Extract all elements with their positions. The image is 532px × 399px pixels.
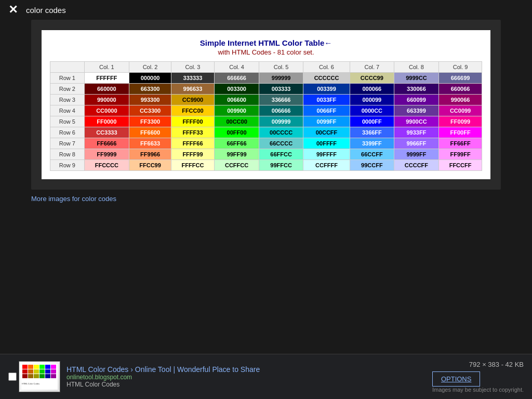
- svg-rect-16: [39, 374, 45, 378]
- color-cell-r8c6[interactable]: 99FFFF: [303, 149, 350, 160]
- color-cell-r8c3[interactable]: FFFF99: [171, 149, 215, 160]
- color-cell-r6c5[interactable]: 00CCCC: [259, 127, 303, 138]
- color-cell-r5c5[interactable]: 009999: [259, 116, 303, 127]
- color-cell-r6c7[interactable]: 3366FF: [350, 127, 394, 138]
- color-cell-r4c6[interactable]: 0066FF: [303, 105, 350, 116]
- thumbnail-container: HTML Color Codes: [8, 361, 60, 392]
- table-row: Row 1FFFFFF000000333333666666999999CCCCC…: [50, 73, 482, 84]
- color-cell-r3c5[interactable]: 336666: [259, 95, 303, 105]
- svg-rect-8: [28, 369, 33, 374]
- row-label-3: Row 3: [50, 95, 85, 105]
- color-cell-r9c5[interactable]: 99FFCC: [259, 160, 303, 171]
- color-cell-r2c5[interactable]: 003333: [259, 84, 303, 95]
- options-button[interactable]: OPTIONS: [432, 371, 481, 387]
- color-cell-r1c7[interactable]: CCCC99: [350, 73, 394, 84]
- color-cell-r5c6[interactable]: 0099FF: [303, 116, 350, 127]
- color-cell-r2c9[interactable]: 660066: [439, 84, 482, 95]
- color-cell-r9c7[interactable]: 99CCFF: [350, 160, 394, 171]
- color-cell-r7c4[interactable]: 66FF66: [214, 138, 259, 149]
- color-cell-r8c2[interactable]: FF9966: [129, 149, 171, 160]
- color-cell-r7c8[interactable]: 9966FF: [394, 138, 438, 149]
- table-title: Simple Internet HTML Color Table←: [50, 38, 482, 47]
- color-cell-r8c1[interactable]: FF9999: [84, 149, 129, 160]
- color-cell-r4c2[interactable]: CC3300: [129, 105, 171, 116]
- color-cell-r3c2[interactable]: 993300: [129, 95, 171, 105]
- color-cell-r7c5[interactable]: 66CCCC: [259, 138, 303, 149]
- color-cell-r1c2[interactable]: 000000: [129, 73, 171, 84]
- color-cell-r2c6[interactable]: 003399: [303, 84, 350, 95]
- color-cell-r5c7[interactable]: 0000FF: [350, 116, 394, 127]
- color-cell-r1c8[interactable]: 9999CC: [394, 73, 438, 84]
- color-cell-r6c9[interactable]: FF00FF: [439, 127, 482, 138]
- color-cell-r1c4[interactable]: 666666: [214, 73, 259, 84]
- color-cell-r4c3[interactable]: FFCC00: [171, 105, 215, 116]
- col-header-6: Col. 6: [303, 62, 350, 73]
- color-table-wrapper: Simple Internet HTML Color Table← with H…: [42, 30, 490, 179]
- color-cell-r5c2[interactable]: FF3300: [129, 116, 171, 127]
- color-cell-r9c1[interactable]: FFCCCC: [84, 160, 129, 171]
- color-cell-r2c8[interactable]: 330066: [394, 84, 438, 95]
- color-cell-r3c8[interactable]: 660099: [394, 95, 438, 105]
- color-cell-r6c6[interactable]: 00CCFF: [303, 127, 350, 138]
- color-cell-r8c9[interactable]: FF99FF: [439, 149, 482, 160]
- result-title[interactable]: HTML Color Codes › Online Tool | Wonderf…: [66, 365, 426, 374]
- color-cell-r5c9[interactable]: FF0099: [439, 116, 482, 127]
- color-cell-r9c9[interactable]: FFCCFF: [439, 160, 482, 171]
- color-cell-r8c7[interactable]: 66CCFF: [350, 149, 394, 160]
- table-row: Row 9FFCCCCFFCC99FFFFCCCCFFCC99FFCCCCFFF…: [50, 160, 482, 171]
- color-cell-r9c2[interactable]: FFCC99: [129, 160, 171, 171]
- col-header-1: Col. 1: [84, 62, 129, 73]
- color-cell-r7c7[interactable]: 3399FF: [350, 138, 394, 149]
- color-cell-r1c9[interactable]: 666699: [439, 73, 482, 84]
- color-cell-r8c4[interactable]: 99FF99: [214, 149, 259, 160]
- color-cell-r7c2[interactable]: FF6633: [129, 138, 171, 149]
- table-row: Row 4CC0000CC3300FFCC000099000066660066F…: [50, 105, 482, 116]
- color-cell-r6c4[interactable]: 00FF00: [214, 127, 259, 138]
- color-cell-r8c5[interactable]: 66FFCC: [259, 149, 303, 160]
- color-cell-r5c4[interactable]: 00CC00: [214, 116, 259, 127]
- color-cell-r1c5[interactable]: 999999: [259, 73, 303, 84]
- result-checkbox[interactable]: [8, 373, 17, 381]
- color-cell-r4c5[interactable]: 006666: [259, 105, 303, 116]
- color-cell-r1c1[interactable]: FFFFFF: [84, 73, 129, 84]
- color-cell-r6c8[interactable]: 9933FF: [394, 127, 438, 138]
- color-cell-r9c3[interactable]: FFFFCC: [171, 160, 215, 171]
- color-cell-r7c3[interactable]: FFFF66: [171, 138, 215, 149]
- color-cell-r6c2[interactable]: FF6600: [129, 127, 171, 138]
- color-cell-r3c9[interactable]: 990066: [439, 95, 482, 105]
- color-cell-r2c3[interactable]: 996633: [171, 84, 215, 95]
- color-cell-r2c4[interactable]: 003300: [214, 84, 259, 95]
- color-cell-r4c1[interactable]: CC0000: [84, 105, 129, 116]
- color-cell-r7c9[interactable]: FF66FF: [439, 138, 482, 149]
- color-cell-r2c7[interactable]: 000066: [350, 84, 394, 95]
- col-header-8: Col. 8: [394, 62, 438, 73]
- color-cell-r3c4[interactable]: 006600: [214, 95, 259, 105]
- color-cell-r6c1[interactable]: CC3333: [84, 127, 129, 138]
- close-button[interactable]: ✕: [8, 4, 18, 16]
- color-cell-r7c6[interactable]: 00FFFF: [303, 138, 350, 149]
- color-cell-r5c8[interactable]: 9900CC: [394, 116, 438, 127]
- color-cell-r9c8[interactable]: CCCCFF: [394, 160, 438, 171]
- col-header-9: Col. 9: [439, 62, 482, 73]
- color-cell-r3c7[interactable]: 000099: [350, 95, 394, 105]
- color-cell-r2c1[interactable]: 660000: [84, 84, 129, 95]
- color-cell-r4c8[interactable]: 663399: [394, 105, 438, 116]
- svg-rect-17: [45, 374, 50, 378]
- color-cell-r6c3[interactable]: FFFF33: [171, 127, 215, 138]
- color-cell-r4c9[interactable]: CC0099: [439, 105, 482, 116]
- color-cell-r1c3[interactable]: 333333: [171, 73, 215, 84]
- color-cell-r5c1[interactable]: FF0000: [84, 116, 129, 127]
- color-cell-r4c4[interactable]: 009900: [214, 105, 259, 116]
- color-cell-r3c6[interactable]: 0033FF: [303, 95, 350, 105]
- color-cell-r7c1[interactable]: FF6666: [84, 138, 129, 149]
- color-cell-r2c2[interactable]: 663300: [129, 84, 171, 95]
- more-images-link[interactable]: More images for color codes: [0, 190, 532, 208]
- color-cell-r5c3[interactable]: FFFF00: [171, 116, 215, 127]
- color-cell-r9c6[interactable]: CCFFFF: [303, 160, 350, 171]
- color-cell-r3c3[interactable]: CC9900: [171, 95, 215, 105]
- color-cell-r9c4[interactable]: CCFFCC: [214, 160, 259, 171]
- color-cell-r8c8[interactable]: 9999FF: [394, 149, 438, 160]
- color-cell-r1c6[interactable]: CCCCCC: [303, 73, 350, 84]
- color-cell-r4c7[interactable]: 0000CC: [350, 105, 394, 116]
- color-cell-r3c1[interactable]: 990000: [84, 95, 129, 105]
